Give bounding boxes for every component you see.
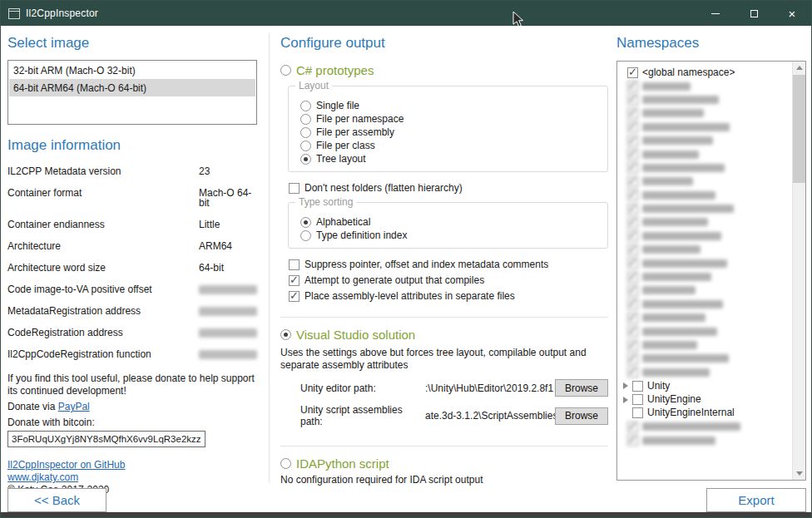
checkbox-checked-icon[interactable]	[627, 244, 638, 255]
checkbox-checked-icon[interactable]	[627, 313, 638, 323]
flatten-hierarchy-checkbox[interactable]: Don't nest folders (flatten hierarchy)	[289, 182, 608, 194]
scroll-up-icon[interactable]	[796, 66, 803, 70]
checkbox-checked-icon[interactable]	[627, 162, 638, 173]
checkbox-checked-icon[interactable]	[627, 81, 638, 91]
checkbox-checked-icon[interactable]	[627, 340, 638, 351]
paypal-link[interactable]: PayPal	[58, 401, 90, 412]
namespace-item-redacted[interactable]	[621, 366, 791, 379]
namespace-item-unity[interactable]: Unity	[621, 379, 791, 392]
image-list-item-selected[interactable]: 64-bit ARM64 (Mach-O 64-bit)	[9, 79, 255, 96]
namespace-item-redacted[interactable]	[621, 256, 791, 269]
checkbox-checked-icon[interactable]	[627, 136, 638, 146]
website-link[interactable]: www.djkaty.com	[7, 471, 78, 484]
namespace-item-redacted[interactable]	[621, 93, 791, 106]
namespace-item-redacted[interactable]	[621, 106, 791, 120]
checkbox-checked-icon[interactable]	[627, 94, 638, 105]
namespace-item-redacted[interactable]	[621, 134, 791, 147]
browse-assemblies-button[interactable]: Browse	[555, 407, 608, 425]
namespace-item-redacted[interactable]	[621, 311, 791, 324]
namespace-item-redacted[interactable]	[621, 229, 791, 243]
checkbox-checked-icon[interactable]	[627, 121, 638, 132]
namespaces-panel[interactable]: <global namespace> Unity Uni	[616, 61, 806, 481]
namespace-item-redacted[interactable]	[621, 79, 791, 92]
sorting-option-alphabetical[interactable]: Alphabetical	[300, 216, 599, 228]
suppress-metadata-comments-checkbox[interactable]: Suppress pointer, offset and index metad…	[289, 259, 608, 270]
csharp-prototypes-radio[interactable]: C# prototypes	[280, 63, 608, 77]
checkbox-checked-icon[interactable]	[627, 190, 638, 200]
layout-option-single-file[interactable]: Single file	[300, 100, 599, 111]
checkbox-icon[interactable]	[632, 394, 643, 405]
radio-icon	[300, 127, 311, 138]
info-label: Container format	[7, 188, 199, 208]
namespace-item-redacted[interactable]	[621, 121, 791, 134]
separate-attribute-files-checkbox[interactable]: Place assembly-level attributes in separ…	[289, 290, 608, 302]
checkbox-checked-icon[interactable]	[627, 176, 638, 187]
checkbox-icon[interactable]	[632, 381, 643, 392]
checkbox-checked-icon[interactable]	[627, 204, 638, 215]
export-button[interactable]: Export	[706, 488, 806, 512]
namespace-item-redacted[interactable]	[621, 420, 791, 433]
minimize-button[interactable]	[696, 1, 735, 26]
checkbox-checked-icon[interactable]	[627, 285, 638, 296]
bitcoin-address-input[interactable]	[7, 431, 205, 447]
scrollbar-thumb[interactable]	[793, 75, 805, 183]
namespace-item-redacted[interactable]	[621, 189, 791, 202]
github-link[interactable]: Il2CppInspector on GitHub	[7, 459, 125, 471]
generate-compilable-output-checkbox[interactable]: Attempt to generate output that compiles	[289, 274, 608, 286]
image-list-item[interactable]: 32-bit ARM (Mach-O 32-bit)	[9, 62, 255, 79]
checkbox-checked-icon[interactable]	[627, 422, 638, 432]
namespace-item-redacted[interactable]	[621, 352, 791, 365]
redacted-label	[642, 232, 721, 240]
namespace-item-redacted[interactable]	[621, 161, 791, 175]
back-button[interactable]: << Back	[7, 488, 106, 512]
checkbox-checked-icon[interactable]	[627, 272, 638, 283]
scrollbar[interactable]	[792, 62, 805, 480]
layout-option-file-per-assembly[interactable]: File per assembly	[300, 126, 599, 138]
checkbox-checked-icon[interactable]	[627, 367, 638, 377]
namespace-item-redacted[interactable]	[621, 338, 791, 352]
namespace-item-redacted[interactable]	[621, 434, 791, 447]
unity-assemblies-path-row: Unity script assemblies path: ate.3d-3.1…	[300, 404, 608, 427]
layout-option-file-per-class[interactable]: File per class	[300, 140, 599, 151]
scroll-down-icon[interactable]	[796, 471, 803, 476]
namespace-item-global[interactable]: <global namespace>	[621, 66, 791, 79]
checkbox-checked-icon[interactable]	[627, 149, 638, 160]
checkbox-checked-icon[interactable]	[627, 217, 638, 228]
type-sorting-group-label: Type sorting	[295, 196, 356, 208]
checkbox-checked-icon[interactable]	[627, 326, 638, 337]
checkbox-checked-icon[interactable]	[627, 298, 638, 309]
checkbox-checked-icon[interactable]	[627, 435, 638, 446]
namespace-item-redacted[interactable]	[621, 270, 791, 284]
namespace-item-redacted[interactable]	[621, 243, 791, 256]
idapython-script-radio[interactable]: IDAPython script	[280, 456, 608, 471]
checkbox-label: Attempt to generate output that compiles	[304, 274, 484, 286]
namespace-item-redacted[interactable]	[621, 202, 791, 215]
maximize-button[interactable]	[735, 1, 773, 26]
visual-studio-solution-radio[interactable]: Visual Studio solution	[280, 328, 608, 342]
namespace-item-redacted[interactable]	[621, 324, 791, 338]
sorting-option-type-definition-index[interactable]: Type definition index	[300, 229, 599, 241]
info-row: Container endianness Little	[7, 220, 257, 229]
namespace-item-redacted[interactable]	[621, 175, 791, 188]
minimize-icon	[711, 13, 720, 14]
checkbox-checked-icon[interactable]	[627, 353, 638, 364]
close-button[interactable]: ×	[773, 1, 811, 26]
layout-option-tree-layout[interactable]: Tree layout	[300, 153, 599, 165]
namespace-item-redacted[interactable]	[621, 215, 791, 229]
checkbox-icon[interactable]	[632, 407, 643, 418]
image-listbox[interactable]: 32-bit ARM (Mach-O 32-bit) 64-bit ARM64 …	[7, 60, 257, 125]
checkbox-checked-icon[interactable]	[627, 230, 638, 241]
namespace-item-unityengine[interactable]: UnityEngine	[621, 392, 791, 406]
namespace-item-unityengineinternal[interactable]: UnityEngineInternal	[621, 407, 791, 420]
checkbox-checked-icon[interactable]	[627, 67, 638, 78]
expander-icon[interactable]	[623, 382, 628, 389]
namespace-item-redacted[interactable]	[621, 284, 791, 297]
browse-editor-button[interactable]: Browse	[555, 379, 608, 397]
section-separator	[280, 317, 608, 318]
expander-icon[interactable]	[623, 397, 628, 403]
checkbox-checked-icon[interactable]	[627, 108, 638, 119]
namespace-item-redacted[interactable]	[621, 147, 791, 160]
checkbox-checked-icon[interactable]	[627, 258, 638, 269]
namespace-item-redacted[interactable]	[621, 298, 791, 311]
layout-option-file-per-namespace[interactable]: File per namespace	[300, 113, 599, 125]
